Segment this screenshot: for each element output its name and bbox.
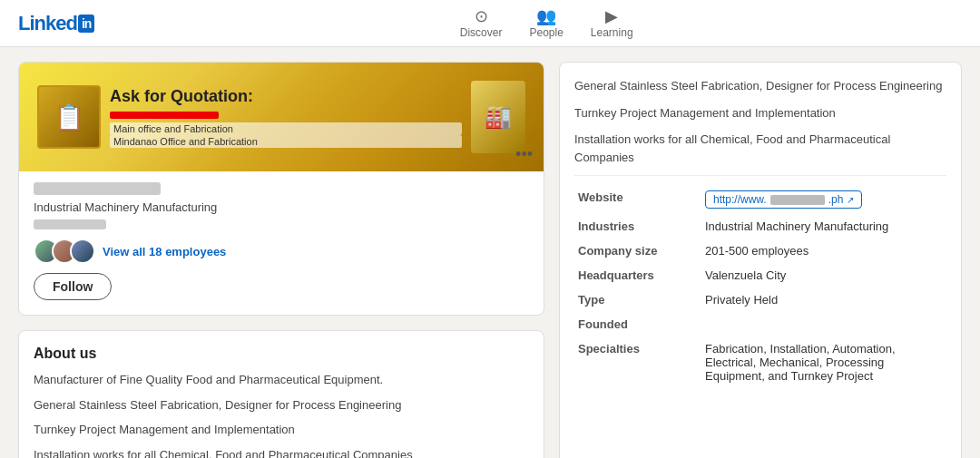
nav-people-label: People <box>529 26 563 39</box>
people-icon: 👥 <box>536 8 556 24</box>
website-row: Website http://www..ph↗ <box>574 185 946 214</box>
type-label: Type <box>574 287 701 312</box>
headquarters-value: Valenzuela City <box>701 263 946 287</box>
follow-button[interactable]: Follow <box>34 273 112 300</box>
website-suffix: .ph <box>828 193 844 206</box>
specialties-label: Specialties <box>574 336 701 388</box>
founded-row: Founded <box>574 312 946 336</box>
website-label: Website <box>574 185 701 214</box>
company-size-value: 201-500 employees <box>701 239 946 263</box>
nav-item-people[interactable]: 👥 People <box>529 8 563 39</box>
linkedin-logo[interactable]: Linkedin <box>18 12 94 35</box>
office-line1: Main office and Fabrication <box>110 122 462 135</box>
logo-text: Linked <box>18 12 77 35</box>
company-location-blurred <box>34 219 106 229</box>
industries-label: Industries <box>574 214 701 239</box>
type-row: Type Privately Held <box>574 287 946 312</box>
industries-value: Industrial Machinery Manufacturing <box>701 214 946 239</box>
left-panel: 📋 Ask for Quotation: Main office and Fab… <box>18 62 544 458</box>
employee-avatars <box>34 239 88 264</box>
banner-content: 📋 Ask for Quotation: Main office and Fab… <box>19 72 544 162</box>
nav-learning-label: Learning <box>591 26 633 39</box>
nav-discover-label: Discover <box>460 26 503 39</box>
external-link-icon: ↗ <box>847 195 854 205</box>
founded-value <box>701 312 946 336</box>
employees-row: View all 18 employees <box>34 239 529 264</box>
specialties-row: Specialties Fabrication, Installation, A… <box>574 336 946 388</box>
specialties-value: Fabrication, Installation, Automation, E… <box>701 336 946 388</box>
logo-box: in <box>78 15 94 33</box>
discover-icon: ⊙ <box>475 8 488 24</box>
company-info: Industrial Machinery Manufacturing View … <box>19 171 544 315</box>
right-panel: General Stainless Steel Fabrication, Des… <box>559 62 962 458</box>
about-paragraph-0: Manufacturer of Fine Quality Food and Ph… <box>34 371 529 389</box>
banner-right-icon: 🏭 <box>471 81 525 153</box>
nav-center: ⊙ Discover 👥 People ▶ Learning <box>460 8 633 39</box>
nav-item-discover[interactable]: ⊙ Discover <box>460 8 503 39</box>
highlight-1: Turnkey Project Management and Implement… <box>574 104 946 122</box>
company-size-row: Company size 201-500 employees <box>574 239 946 263</box>
website-cell: http://www..ph↗ <box>701 185 946 214</box>
company-industry: Industrial Machinery Manufacturing <box>34 200 529 214</box>
learning-icon: ▶ <box>605 8 618 24</box>
banner-icon: 📋 <box>37 85 101 149</box>
about-paragraph-3: Installation works for all Chemical, Foo… <box>34 446 529 459</box>
website-display: http://www. <box>713 193 767 206</box>
founded-label: Founded <box>574 312 701 336</box>
nav-item-learning[interactable]: ▶ Learning <box>591 8 633 39</box>
website-blurred <box>770 195 825 205</box>
type-value: Privately Held <box>701 287 946 312</box>
highlight-0: General Stainless Steel Fabrication, Des… <box>574 77 946 95</box>
about-section: About us Manufacturer of Fine Quality Fo… <box>18 330 544 458</box>
view-employees-link[interactable]: View all 18 employees <box>103 245 226 258</box>
headquarters-row: Headquarters Valenzuela City <box>574 263 946 287</box>
divider <box>574 175 946 176</box>
company-card: 📋 Ask for Quotation: Main office and Fab… <box>18 62 544 316</box>
banner-text: Ask for Quotation: Main office and Fabri… <box>110 87 462 148</box>
website-link[interactable]: http://www..ph↗ <box>705 190 862 209</box>
info-table: Website http://www..ph↗ Industries Indus… <box>574 185 946 388</box>
headquarters-label: Headquarters <box>574 263 701 287</box>
redacted-bar <box>110 112 219 119</box>
industries-row: Industries Industrial Machinery Manufact… <box>574 214 946 239</box>
ask-quotation-title: Ask for Quotation: <box>110 87 462 106</box>
about-paragraph-1: General Stainless Steel Fabrication, Des… <box>34 396 529 414</box>
company-banner: 📋 Ask for Quotation: Main office and Fab… <box>19 63 544 171</box>
highlight-2: Installation works for all Chemical, Foo… <box>574 131 946 166</box>
office-line2: Mindanao Office and Fabrication <box>110 135 462 148</box>
company-size-label: Company size <box>574 239 701 263</box>
company-name-blurred <box>34 182 161 195</box>
employees-group: View all 18 employees <box>34 239 226 264</box>
about-title: About us <box>34 346 529 362</box>
avatar <box>70 239 95 264</box>
top-navigation: Linkedin ⊙ Discover 👥 People ▶ Learning <box>0 0 980 47</box>
more-options-button[interactable]: ••• <box>515 145 533 164</box>
about-paragraph-2: Turnkey Project Management and Implement… <box>34 421 529 439</box>
main-content: 📋 Ask for Quotation: Main office and Fab… <box>0 47 980 458</box>
